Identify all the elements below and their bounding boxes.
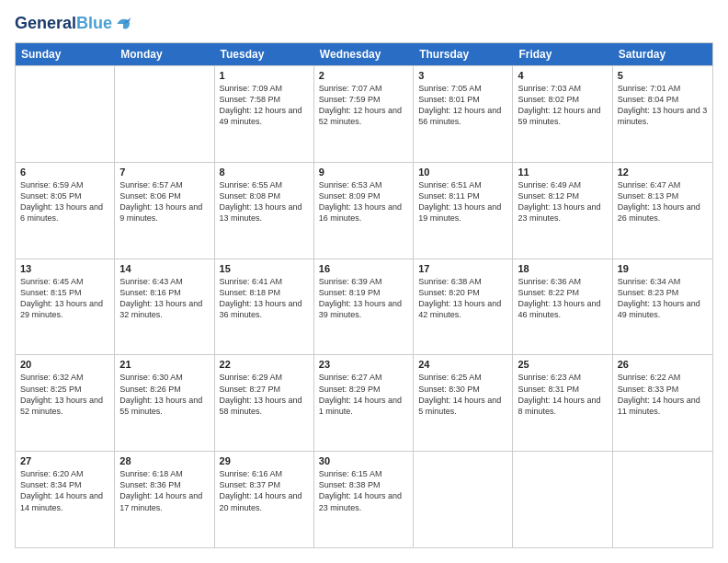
day-cell-9: 9Sunrise: 6:53 AM Sunset: 8:09 PM Daylig… [314, 163, 414, 259]
day-cell-24: 24Sunrise: 6:25 AM Sunset: 8:30 PM Dayli… [414, 355, 513, 451]
day-info: Sunrise: 7:09 AM Sunset: 7:58 PM Dayligh… [220, 83, 309, 128]
day-cell-6: 6Sunrise: 6:59 AM Sunset: 8:05 PM Daylig… [16, 163, 115, 259]
day-number: 10 [418, 167, 507, 178]
day-info: Sunrise: 6:34 AM Sunset: 8:23 PM Dayligh… [618, 276, 708, 321]
calendar-week-4: 20Sunrise: 6:32 AM Sunset: 8:25 PM Dayli… [16, 354, 712, 451]
day-cell-2: 2Sunrise: 7:07 AM Sunset: 7:59 PM Daylig… [314, 66, 414, 162]
day-info: Sunrise: 6:29 AM Sunset: 8:27 PM Dayligh… [220, 372, 309, 417]
day-cell-30: 30Sunrise: 6:15 AM Sunset: 8:38 PM Dayli… [314, 452, 414, 547]
day-cell-21: 21Sunrise: 6:30 AM Sunset: 8:26 PM Dayli… [115, 355, 214, 451]
day-cell-11: 11Sunrise: 6:49 AM Sunset: 8:12 PM Dayli… [513, 163, 612, 259]
day-info: Sunrise: 6:39 AM Sunset: 8:19 PM Dayligh… [319, 276, 408, 321]
day-cell-4: 4Sunrise: 7:03 AM Sunset: 8:02 PM Daylig… [513, 66, 612, 162]
day-info: Sunrise: 6:45 AM Sunset: 8:15 PM Dayligh… [20, 276, 109, 321]
day-number: 3 [418, 70, 507, 81]
day-info: Sunrise: 6:41 AM Sunset: 8:18 PM Dayligh… [220, 276, 309, 321]
day-info: Sunrise: 7:05 AM Sunset: 8:01 PM Dayligh… [418, 83, 507, 128]
day-header-wednesday: Wednesday [314, 43, 414, 65]
day-info: Sunrise: 6:16 AM Sunset: 8:37 PM Dayligh… [220, 468, 309, 513]
day-number: 22 [220, 359, 309, 370]
day-info: Sunrise: 6:36 AM Sunset: 8:22 PM Dayligh… [518, 276, 607, 321]
day-cell-14: 14Sunrise: 6:43 AM Sunset: 8:16 PM Dayli… [115, 259, 214, 355]
day-info: Sunrise: 6:57 AM Sunset: 8:06 PM Dayligh… [119, 179, 209, 224]
day-cell-28: 28Sunrise: 6:18 AM Sunset: 8:36 PM Dayli… [115, 452, 214, 547]
day-number: 27 [20, 455, 109, 466]
day-number: 13 [20, 263, 109, 274]
day-info: Sunrise: 7:03 AM Sunset: 8:02 PM Dayligh… [518, 83, 607, 128]
logo-text: GeneralBlue [15, 15, 112, 33]
day-header-friday: Friday [513, 43, 612, 65]
calendar-week-3: 13Sunrise: 6:45 AM Sunset: 8:15 PM Dayli… [16, 259, 712, 355]
day-info: Sunrise: 6:38 AM Sunset: 8:20 PM Dayligh… [418, 276, 507, 321]
day-header-thursday: Thursday [414, 43, 513, 65]
day-info: Sunrise: 6:23 AM Sunset: 8:31 PM Dayligh… [518, 372, 607, 417]
day-cell-empty [115, 66, 214, 162]
calendar-body: 1Sunrise: 7:09 AM Sunset: 7:58 PM Daylig… [16, 65, 712, 547]
day-info: Sunrise: 6:49 AM Sunset: 8:12 PM Dayligh… [518, 179, 607, 224]
day-info: Sunrise: 7:07 AM Sunset: 7:59 PM Dayligh… [319, 83, 408, 128]
day-cell-20: 20Sunrise: 6:32 AM Sunset: 8:25 PM Dayli… [16, 355, 115, 451]
logo: GeneralBlue [15, 15, 132, 33]
header: GeneralBlue [15, 15, 713, 33]
day-info: Sunrise: 6:27 AM Sunset: 8:29 PM Dayligh… [319, 372, 408, 417]
day-info: Sunrise: 6:55 AM Sunset: 8:08 PM Dayligh… [220, 179, 309, 224]
day-info: Sunrise: 6:15 AM Sunset: 8:38 PM Dayligh… [319, 468, 408, 513]
calendar-week-5: 27Sunrise: 6:20 AM Sunset: 8:34 PM Dayli… [16, 451, 712, 547]
day-cell-empty [513, 452, 612, 547]
day-number: 26 [618, 359, 708, 370]
logo-icon [114, 15, 132, 33]
day-info: Sunrise: 6:51 AM Sunset: 8:11 PM Dayligh… [418, 179, 507, 224]
day-number: 29 [220, 455, 309, 466]
day-number: 19 [618, 263, 708, 274]
day-cell-5: 5Sunrise: 7:01 AM Sunset: 8:04 PM Daylig… [613, 66, 712, 162]
day-header-saturday: Saturday [613, 43, 712, 65]
day-cell-7: 7Sunrise: 6:57 AM Sunset: 8:06 PM Daylig… [115, 163, 214, 259]
calendar: SundayMondayTuesdayWednesdayThursdayFrid… [15, 42, 713, 548]
day-info: Sunrise: 7:01 AM Sunset: 8:04 PM Dayligh… [618, 83, 708, 128]
day-info: Sunrise: 6:22 AM Sunset: 8:33 PM Dayligh… [618, 372, 708, 417]
day-number: 4 [518, 70, 607, 81]
day-cell-25: 25Sunrise: 6:23 AM Sunset: 8:31 PM Dayli… [513, 355, 612, 451]
day-number: 21 [119, 359, 209, 370]
day-info: Sunrise: 6:43 AM Sunset: 8:16 PM Dayligh… [119, 276, 209, 321]
day-number: 2 [319, 70, 408, 81]
day-info: Sunrise: 6:47 AM Sunset: 8:13 PM Dayligh… [618, 179, 708, 224]
day-number: 25 [518, 359, 607, 370]
day-info: Sunrise: 6:32 AM Sunset: 8:25 PM Dayligh… [20, 372, 109, 417]
day-number: 18 [518, 263, 607, 274]
day-number: 7 [119, 167, 209, 178]
day-number: 16 [319, 263, 408, 274]
day-info: Sunrise: 6:18 AM Sunset: 8:36 PM Dayligh… [119, 468, 209, 513]
day-cell-22: 22Sunrise: 6:29 AM Sunset: 8:27 PM Dayli… [215, 355, 314, 451]
day-cell-17: 17Sunrise: 6:38 AM Sunset: 8:20 PM Dayli… [414, 259, 513, 355]
day-cell-19: 19Sunrise: 6:34 AM Sunset: 8:23 PM Dayli… [613, 259, 712, 355]
day-cell-15: 15Sunrise: 6:41 AM Sunset: 8:18 PM Dayli… [215, 259, 314, 355]
day-cell-empty [613, 452, 712, 547]
day-info: Sunrise: 6:53 AM Sunset: 8:09 PM Dayligh… [319, 179, 408, 224]
day-cell-18: 18Sunrise: 6:36 AM Sunset: 8:22 PM Dayli… [513, 259, 612, 355]
day-number: 24 [418, 359, 507, 370]
day-number: 8 [220, 167, 309, 178]
day-number: 20 [20, 359, 109, 370]
day-cell-16: 16Sunrise: 6:39 AM Sunset: 8:19 PM Dayli… [314, 259, 414, 355]
day-cell-1: 1Sunrise: 7:09 AM Sunset: 7:58 PM Daylig… [215, 66, 314, 162]
day-cell-8: 8Sunrise: 6:55 AM Sunset: 8:08 PM Daylig… [215, 163, 314, 259]
day-cell-3: 3Sunrise: 7:05 AM Sunset: 8:01 PM Daylig… [414, 66, 513, 162]
day-cell-empty [16, 66, 115, 162]
day-info: Sunrise: 6:59 AM Sunset: 8:05 PM Dayligh… [20, 179, 109, 224]
day-number: 5 [618, 70, 708, 81]
day-number: 28 [119, 455, 209, 466]
day-number: 6 [20, 167, 109, 178]
day-info: Sunrise: 6:25 AM Sunset: 8:30 PM Dayligh… [418, 372, 507, 417]
day-header-sunday: Sunday [16, 43, 115, 65]
day-header-tuesday: Tuesday [215, 43, 314, 65]
calendar-header: SundayMondayTuesdayWednesdayThursdayFrid… [16, 43, 712, 65]
day-number: 14 [119, 263, 209, 274]
day-cell-23: 23Sunrise: 6:27 AM Sunset: 8:29 PM Dayli… [314, 355, 414, 451]
day-number: 11 [518, 167, 607, 178]
day-number: 30 [319, 455, 408, 466]
day-info: Sunrise: 6:20 AM Sunset: 8:34 PM Dayligh… [20, 468, 109, 513]
day-cell-empty [414, 452, 513, 547]
day-cell-29: 29Sunrise: 6:16 AM Sunset: 8:37 PM Dayli… [215, 452, 314, 547]
day-cell-26: 26Sunrise: 6:22 AM Sunset: 8:33 PM Dayli… [613, 355, 712, 451]
